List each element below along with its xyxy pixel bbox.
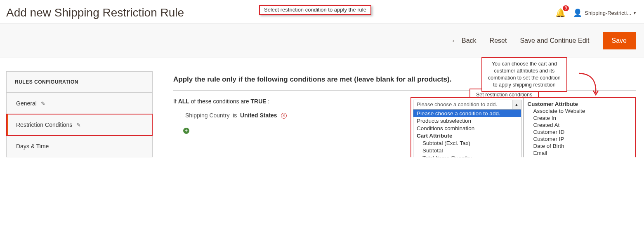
- header-right: 🔔 9 👤 Shipping-Restricti... ▾: [555, 8, 636, 18]
- user-icon: 👤: [573, 8, 582, 17]
- optgroup-cart-attribute: Cart Attribute: [413, 132, 521, 139]
- select-arrow-icon: ▲: [512, 100, 521, 109]
- option-customer-attr[interactable]: Customer ID: [528, 129, 632, 136]
- arrow-left-icon: ←: [451, 37, 458, 45]
- option-customer-attr[interactable]: First Name: [528, 157, 632, 157]
- condition-operator[interactable]: is: [233, 112, 237, 119]
- optgroup-customer-attribute: Customer Attribute: [528, 100, 632, 107]
- option-customer-attr[interactable]: Created At: [528, 122, 632, 129]
- reset-button[interactable]: Reset: [490, 37, 507, 44]
- action-bar: ← Back Reset Save and Continue Edit Save: [0, 23, 644, 58]
- pencil-icon: ✎: [76, 122, 81, 128]
- condition-select[interactable]: Please choose a condition to add. ▲: [413, 100, 521, 110]
- customer-attribute-list[interactable]: Customer Attribute Associate to Website …: [524, 98, 635, 157]
- option-cart-attr[interactable]: Subtotal: [413, 147, 521, 154]
- option-products-subselection[interactable]: Products subselection: [413, 117, 521, 124]
- option-customer-attr[interactable]: Date of Birth: [528, 143, 632, 150]
- condition-dropdown: Please choose a condition to add. ▲ Plea…: [410, 97, 636, 157]
- notifications-button[interactable]: 🔔 9: [555, 8, 566, 18]
- arrow-to-dropdown: [578, 72, 599, 97]
- sidebar: RULES CONFIGURATION General ✎ Restrictio…: [0, 63, 153, 157]
- condition-options-list[interactable]: Please choose a condition to add. Produc…: [413, 110, 521, 157]
- option-cart-attr[interactable]: Total Items Quantity: [413, 154, 521, 157]
- option-customer-attr[interactable]: Create In: [528, 114, 632, 122]
- page-title: Add new Shipping Restriction Rule: [6, 6, 184, 19]
- sidebar-item-restriction-conditions[interactable]: Restriction Conditions ✎: [7, 114, 152, 136]
- condition-select-text: Please choose a condition to add.: [413, 100, 512, 109]
- dropdown-col-right: Customer Attribute Associate to Website …: [524, 98, 635, 157]
- sidebar-item-label: Days & Time: [16, 143, 49, 150]
- reset-label: Reset: [490, 37, 507, 44]
- option-placeholder[interactable]: Please choose a condition to add.: [413, 110, 521, 117]
- condition-boolean[interactable]: TRUE: [251, 98, 267, 105]
- option-customer-attr[interactable]: Customer IP: [528, 136, 632, 143]
- condition-value[interactable]: United States: [240, 112, 277, 119]
- save-continue-button[interactable]: Save and Continue Edit: [520, 37, 589, 44]
- notification-badge: 9: [563, 5, 569, 11]
- sidebar-item-label: General: [16, 100, 37, 107]
- back-label: Back: [462, 37, 477, 44]
- callout-attributes: You can choose the cart and customer att…: [481, 57, 567, 92]
- callout-select-restriction: Select restriction condition to apply th…: [259, 5, 371, 15]
- option-customer-attr[interactable]: Associate to Website: [528, 107, 632, 114]
- body: You can choose the cart and customer att…: [0, 58, 644, 157]
- sidebar-item-general[interactable]: General ✎: [7, 93, 152, 114]
- page-header: Add new Shipping Restriction Rule Select…: [0, 0, 644, 23]
- condition-attribute[interactable]: Shipping Country: [185, 112, 229, 119]
- sidebar-item-label: Restriction Conditions: [16, 122, 72, 128]
- dropdown-col-left: Please choose a condition to add. ▲ Plea…: [411, 98, 524, 157]
- save-button[interactable]: Save: [603, 32, 636, 49]
- caret-down-icon: ▾: [634, 11, 636, 15]
- save-continue-label: Save and Continue Edit: [520, 37, 589, 44]
- user-label: Shipping-Restricti...: [585, 10, 631, 16]
- user-menu[interactable]: 👤 Shipping-Restricti... ▾: [573, 8, 636, 17]
- pencil-icon: ✎: [41, 100, 45, 107]
- back-button[interactable]: ← Back: [451, 37, 477, 45]
- condition-aggregator[interactable]: ALL: [178, 98, 189, 105]
- delete-condition-icon[interactable]: ✕: [281, 113, 287, 119]
- sidebar-header: RULES CONFIGURATION: [7, 72, 152, 93]
- sidebar-item-days-time[interactable]: Days & Time: [7, 136, 152, 157]
- sidebar-panel: RULES CONFIGURATION General ✎ Restrictio…: [6, 71, 153, 157]
- add-condition-icon[interactable]: +: [183, 128, 189, 134]
- option-cart-attr[interactable]: Subtotal (Excl. Tax): [413, 139, 521, 147]
- option-customer-attr[interactable]: Email: [528, 150, 632, 157]
- option-conditions-combination[interactable]: Conditions combination: [413, 124, 521, 132]
